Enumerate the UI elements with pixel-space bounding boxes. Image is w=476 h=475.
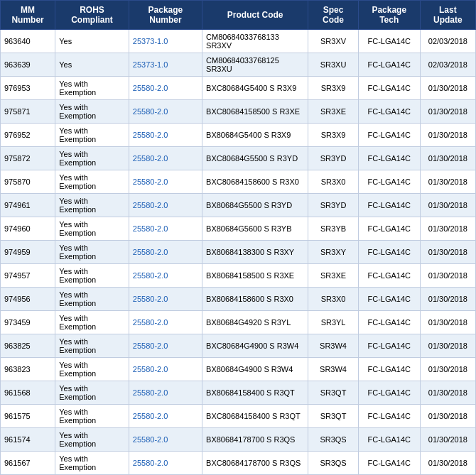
package-number-link[interactable]: 25580-2.0	[133, 318, 168, 327]
package-number-link[interactable]: 25580-2.0	[133, 459, 168, 467]
table-cell[interactable]: 25580-2.0	[129, 147, 202, 170]
table-cell: BX80684G4900 S R3W4	[202, 358, 308, 381]
table-cell[interactable]: 25580-2.0	[129, 241, 202, 264]
table-cell: Yes with Exemption	[55, 241, 129, 264]
table-cell: SR3XU	[308, 53, 358, 77]
table-cell: 01/30/2018	[420, 217, 475, 241]
package-number-link[interactable]: 25580-2.0	[133, 412, 168, 420]
package-number-link[interactable]: 25580-2.0	[133, 295, 168, 303]
package-number-link[interactable]: 25580-2.0	[133, 131, 168, 139]
table-cell: 963825	[1, 334, 55, 358]
table-cell: SR3X9	[308, 124, 358, 147]
table-cell[interactable]: 25580-2.0	[129, 264, 202, 288]
table-row: 975871Yes with Exemption25580-2.0BXC8068…	[1, 100, 476, 124]
table-cell: 02/03/2018	[420, 30, 475, 53]
table-row: 976952Yes with Exemption25580-2.0BX80684…	[1, 124, 476, 147]
table-cell[interactable]: 25580-2.0	[129, 428, 202, 452]
table-cell: 975870	[1, 170, 55, 194]
table-cell[interactable]: 25373-1.0	[129, 53, 202, 77]
table-cell: FC-LGA14C	[358, 217, 420, 241]
table-cell[interactable]: 25580-2.0	[129, 194, 202, 217]
table-cell: Yes with Exemption	[55, 334, 129, 358]
package-number-link[interactable]: 25580-2.0	[133, 178, 168, 186]
header-last-update: Last Update	[420, 1, 475, 30]
package-number-link[interactable]: 25373-1.0	[133, 37, 168, 45]
table-row: 975872Yes with Exemption25580-2.0BXC8068…	[1, 147, 476, 170]
table-cell: Yes with Exemption	[55, 194, 129, 217]
table-cell: Yes with Exemption	[55, 217, 129, 241]
table-row: 963640Yes25373-1.0CM80684033768133 SR3XV…	[1, 30, 476, 53]
package-number-link[interactable]: 25580-2.0	[133, 271, 168, 280]
table-cell: 01/30/2018	[420, 264, 475, 288]
table-cell: 975872	[1, 147, 55, 170]
package-number-link[interactable]: 25373-1.0	[133, 60, 168, 69]
table-row: 974961Yes with Exemption25580-2.0BX80684…	[1, 194, 476, 217]
table-row: 975870Yes with Exemption25580-2.0BXC8068…	[1, 170, 476, 194]
table-cell: SR3X0	[308, 170, 358, 194]
package-number-link[interactable]: 25580-2.0	[133, 201, 168, 209]
package-number-link[interactable]: 25580-2.0	[133, 388, 168, 397]
table-cell: Yes	[55, 30, 129, 53]
table-cell: BX80684178700 S R3QS	[202, 428, 308, 452]
table-cell[interactable]: 25580-2.0	[129, 358, 202, 381]
table-row: 976953Yes with Exemption25580-2.0BXC8068…	[1, 77, 476, 100]
package-number-link[interactable]: 25580-2.0	[133, 435, 168, 444]
package-number-link[interactable]: 25580-2.0	[133, 365, 168, 373]
table-row: 974959Yes with Exemption25580-2.0BX80684…	[1, 241, 476, 264]
table-cell: SR3QT	[308, 381, 358, 405]
table-cell: Yes with Exemption	[55, 264, 129, 288]
table-cell: SR3XE	[308, 100, 358, 124]
table-cell: 963639	[1, 53, 55, 77]
table-cell: 963640	[1, 30, 55, 53]
table-cell: SR3YD	[308, 194, 358, 217]
table-row: 974956Yes with Exemption25580-2.0BX80684…	[1, 288, 476, 311]
table-cell: BX80684158500 S R3XE	[202, 264, 308, 288]
table-cell: 974961	[1, 194, 55, 217]
table-cell[interactable]: 25580-2.0	[129, 77, 202, 100]
table-cell: FC-LGA14C	[358, 405, 420, 428]
table-cell[interactable]: 25580-2.0	[129, 100, 202, 124]
table-cell: BXC80684G5400 S R3X9	[202, 77, 308, 100]
table-cell: FC-LGA14C	[358, 428, 420, 452]
package-number-link[interactable]: 25580-2.0	[133, 342, 168, 350]
table-cell: 974959	[1, 241, 55, 264]
table-cell: Yes with Exemption	[55, 147, 129, 170]
table-cell: SR3W4	[308, 358, 358, 381]
table-cell: FC-LGA14C	[358, 358, 420, 381]
package-number-link[interactable]: 25580-2.0	[133, 224, 168, 233]
table-cell[interactable]: 25373-1.0	[129, 30, 202, 53]
table-cell[interactable]: 25580-2.0	[129, 381, 202, 405]
main-table: MM Number ROHS Compliant Package Number …	[0, 0, 476, 475]
table-cell: FC-LGA14C	[358, 194, 420, 217]
table-cell: FC-LGA14C	[358, 288, 420, 311]
table-cell: SR3XY	[308, 241, 358, 264]
table-cell[interactable]: 25580-2.0	[129, 334, 202, 358]
table-cell: 01/30/2018	[420, 428, 475, 452]
table-cell: FC-LGA14C	[358, 30, 420, 53]
table-cell: BX80684G5500 S R3YD	[202, 194, 308, 217]
table-cell: Yes with Exemption	[55, 124, 129, 147]
package-number-link[interactable]: 25580-2.0	[133, 107, 168, 116]
table-cell: FC-LGA14C	[358, 452, 420, 475]
table-row: 961575Yes with Exemption25580-2.0BXC8068…	[1, 405, 476, 428]
table-cell[interactable]: 25580-2.0	[129, 288, 202, 311]
table-cell: SR3X0	[308, 288, 358, 311]
table-cell: 976953	[1, 77, 55, 100]
header-rohs: ROHS Compliant	[55, 1, 129, 30]
package-number-link[interactable]: 25580-2.0	[133, 84, 168, 92]
table-cell[interactable]: 25580-2.0	[129, 170, 202, 194]
table-cell: 976952	[1, 124, 55, 147]
table-cell[interactable]: 25580-2.0	[129, 217, 202, 241]
table-cell: 961574	[1, 428, 55, 452]
table-row: 961567Yes with Exemption25580-2.0BXC8068…	[1, 452, 476, 475]
table-cell: 01/30/2018	[420, 170, 475, 194]
table-cell: BX80684158600 S R3X0	[202, 288, 308, 311]
table-cell[interactable]: 25580-2.0	[129, 124, 202, 147]
table-cell[interactable]: 25580-2.0	[129, 311, 202, 334]
table-cell: Yes with Exemption	[55, 405, 129, 428]
table-cell: SR3W4	[308, 334, 358, 358]
package-number-link[interactable]: 25580-2.0	[133, 154, 168, 163]
table-cell[interactable]: 25580-2.0	[129, 405, 202, 428]
package-number-link[interactable]: 25580-2.0	[133, 248, 168, 256]
table-cell[interactable]: 25580-2.0	[129, 452, 202, 475]
